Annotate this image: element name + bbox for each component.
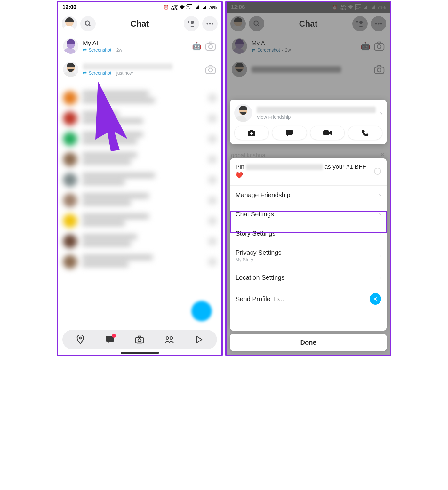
avatar-icon — [63, 38, 78, 54]
nav-chat[interactable] — [104, 333, 116, 346]
nav-stories[interactable] — [163, 333, 176, 346]
chat-settings-row[interactable]: Chat Settings › — [230, 205, 387, 224]
privacy-settings-row[interactable]: Privacy Settings My Story › — [230, 243, 387, 268]
chat-header: Chat — [58, 13, 221, 35]
lte-badge-icon: VoLTE1 2 — [187, 4, 192, 10]
send-arrow-icon — [370, 293, 381, 305]
done-label: Done — [300, 339, 316, 346]
chat-name: My AI — [83, 40, 188, 47]
view-friendship-link[interactable]: View Friendship — [257, 107, 376, 120]
location-settings-row[interactable]: Location Settings › — [230, 268, 387, 287]
chat-time: 2w — [116, 47, 122, 52]
audio-call-button[interactable] — [348, 126, 382, 140]
svg-point-11 — [209, 68, 212, 72]
robot-emoji-icon: 🤖 — [192, 42, 202, 51]
search-button[interactable] — [80, 16, 96, 31]
chat-status: Screenshot — [89, 47, 111, 52]
chat-action-button[interactable] — [272, 126, 307, 140]
profile-avatar[interactable] — [62, 16, 77, 31]
page-title: Chat — [131, 19, 149, 29]
pin-prefix: Pin — [236, 163, 244, 170]
row-label: Location Settings — [236, 274, 284, 281]
wifi-icon — [179, 4, 185, 10]
home-indicator — [121, 352, 159, 354]
friend-name-redacted — [257, 107, 376, 113]
phone-left-chat-list: 12:06 ⏰ 2.00KB/S VoLTE1 2 76% — [57, 1, 223, 356]
status-bar: 12:06 ⏰ 2.00KB/S VoLTE1 2 76% — [58, 2, 221, 13]
status-indicators: ⏰ 2.00KB/S VoLTE1 2 76% — [163, 4, 217, 10]
chevron-right-icon: › — [379, 252, 381, 259]
close-icon: × — [380, 151, 384, 158]
alarm-icon: ⏰ — [163, 4, 169, 10]
more-button[interactable] — [202, 16, 218, 31]
snap-camera-button[interactable] — [205, 64, 216, 75]
bottom-nav — [62, 330, 217, 349]
svg-line-1 — [89, 25, 91, 26]
nav-map[interactable] — [74, 333, 87, 346]
chat-status: Screenshot — [89, 70, 111, 76]
svg-rect-31 — [323, 130, 329, 135]
svg-point-0 — [85, 21, 90, 25]
svg-point-7 — [212, 23, 213, 25]
svg-point-6 — [209, 23, 211, 25]
network-speed: 2.00KB/S — [171, 4, 178, 10]
row-sublabel: My Story — [236, 257, 281, 262]
chevron-right-icon: › — [379, 274, 381, 281]
svg-rect-13 — [135, 337, 144, 343]
chat-badge-icon — [112, 334, 116, 338]
friend-info-card: View Friendship › — [230, 100, 387, 144]
chat-row-friend[interactable]: ⇄ Screenshot · just now — [58, 58, 221, 81]
chevron-right-icon: › — [379, 211, 381, 218]
nav-spotlight[interactable] — [193, 333, 205, 346]
story-settings-row[interactable]: Story Settings › — [230, 224, 387, 243]
settings-sheet: Pin as your #1 BFF ❤️ Manage Friendship … — [230, 158, 387, 331]
phone-right-chat-settings: 12:06 ⏰ 3.00KB/S VoLTE1 2 76% — [225, 1, 391, 356]
new-chat-fab[interactable] — [191, 301, 212, 321]
chat-list: My AI ⇄ Screenshot · 2w 🤖 — [58, 35, 221, 278]
battery-percent: 76% — [209, 5, 217, 10]
row-label: Story Settings — [236, 230, 276, 237]
video-call-button[interactable] — [310, 126, 345, 140]
chat-time: just now — [116, 70, 133, 76]
background-friend-name: gopal krishna — [231, 152, 265, 159]
svg-point-5 — [207, 23, 208, 25]
pin-bff-row[interactable]: Pin as your #1 BFF ❤️ — [230, 158, 387, 186]
status-time: 12:06 — [62, 4, 76, 11]
svg-point-15 — [166, 337, 169, 339]
row-label: Manage Friendship — [236, 191, 290, 199]
view-friendship-label: View Friendship — [257, 114, 376, 120]
svg-point-2 — [191, 21, 194, 24]
radio-unchecked-icon[interactable] — [374, 168, 381, 175]
avatar-icon — [63, 62, 78, 77]
chevron-right-icon: › — [380, 109, 382, 117]
row-label: Send Profile To... — [236, 295, 284, 303]
svg-point-30 — [250, 132, 253, 135]
add-friend-button[interactable] — [184, 16, 199, 31]
svg-point-9 — [209, 45, 212, 49]
send-profile-row[interactable]: Send Profile To... — [230, 287, 387, 310]
svg-point-16 — [170, 337, 172, 339]
svg-point-14 — [138, 339, 141, 342]
chat-row-my-ai[interactable]: My AI ⇄ Screenshot · 2w 🤖 — [58, 35, 221, 58]
done-button[interactable]: Done — [230, 334, 387, 351]
friend-avatar-icon — [234, 104, 252, 122]
nav-camera[interactable] — [133, 333, 146, 346]
chevron-right-icon: › — [379, 230, 381, 237]
svg-point-12 — [79, 337, 81, 339]
screenshot-icon: ⇄ — [83, 70, 87, 76]
camera-action-button[interactable] — [234, 126, 269, 140]
signal-icon-2 — [201, 4, 207, 10]
manage-friendship-row[interactable]: Manage Friendship › — [230, 186, 387, 205]
chevron-right-icon: › — [379, 191, 381, 199]
blurred-chat-rows — [58, 81, 221, 278]
signal-icon-1 — [194, 4, 200, 10]
snap-camera-button[interactable] — [205, 40, 216, 52]
chat-name-redacted — [83, 63, 172, 70]
pin-name-redacted — [246, 164, 323, 170]
screenshot-icon: ⇄ — [83, 47, 87, 52]
row-label: Chat Settings — [236, 211, 274, 218]
row-label: Privacy Settings — [236, 249, 281, 256]
